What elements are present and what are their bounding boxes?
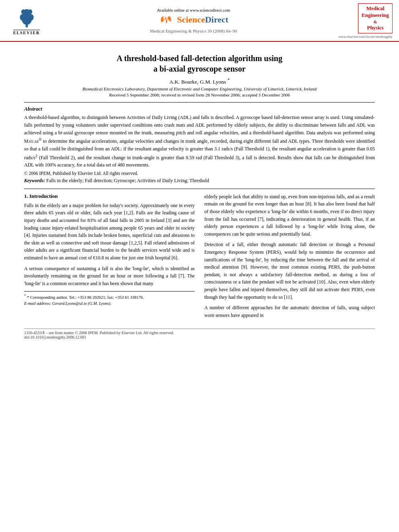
matlab-text: Matlab <box>24 139 39 144</box>
journal-box-line1: Medical <box>362 5 389 12</box>
title-section: A threshold-based fall-detection algorit… <box>24 53 375 98</box>
elsevier-logo: ELSEVIER <box>6 7 47 35</box>
svg-point-5 <box>21 9 25 14</box>
section1-number: 1. <box>24 193 28 199</box>
abstract-section: Abstract A threshold-based algorithm, to… <box>24 106 375 183</box>
footnote-corresponding: * * Corresponding author. Tel.: +353 86 … <box>24 293 195 300</box>
col-right: elderly people lack that ability to stan… <box>204 193 375 322</box>
journal-box-line3: & <box>362 19 389 25</box>
footer-doi: doi:10.1016/j.medengphy.2006.12.001 <box>24 335 375 339</box>
abstract-heading: Abstract <box>24 106 375 112</box>
intro-para1: Falls in the elderly are a major problem… <box>24 202 195 262</box>
title-line1: A threshold-based fall-detection algorit… <box>24 53 375 64</box>
abstract-text: A threshold-based algorithm, to distingu… <box>24 114 375 168</box>
footer-issn: 1350-4533/$ – see front matter © 2006 IP… <box>24 331 375 335</box>
journal-box-line2: Engineering <box>362 12 389 19</box>
elsevier-label: ELSEVIER <box>13 30 40 35</box>
page: ELSEVIER Available online at www.science… <box>0 0 399 532</box>
col-left: 1. Introduction Falls in the elderly are… <box>24 193 195 322</box>
sciencedirect-text: ScienceDirect <box>177 14 228 25</box>
corresponding-star: * <box>227 77 230 82</box>
journal-name: Medical Engineering & Physics 30 (2008) … <box>150 29 237 33</box>
intro-para4: Detection of a fall, either through auto… <box>204 241 375 301</box>
authors: A.K. Bourke, G.M. Lyons * <box>24 77 375 85</box>
keywords-text: Falls in the elderly; Fall detection; Gy… <box>46 178 209 183</box>
author-names: A.K. Bourke, G.M. Lyons <box>169 78 227 84</box>
header: ELSEVIER Available online at www.science… <box>0 0 399 42</box>
page-footer: 1350-4533/$ – see front matter © 2006 IP… <box>24 329 375 339</box>
title-divider <box>24 102 375 103</box>
main-content: A threshold-based fall-detection algorit… <box>0 42 399 347</box>
footnote-star: * <box>24 294 26 298</box>
footnote-email-text: E-mail address: Gerard.Lyons@ul.ie (G.M.… <box>24 301 111 306</box>
footnote-area: * * Corresponding author. Tel.: +353 86 … <box>24 291 195 306</box>
article-title: A threshold-based fall-detection algorit… <box>24 53 375 74</box>
affiliation: Biomedical Electronics Laboratory, Depar… <box>24 86 375 91</box>
elsevier-logo-section: ELSEVIER <box>6 7 47 35</box>
sciencedirect-icon <box>158 14 175 25</box>
elsevier-url: www.elsevier.com/locate/medengphy <box>338 35 393 39</box>
journal-box: Medical Engineering & Physics <box>358 3 393 33</box>
journal-logo-section: Medical Engineering & Physics www.elsevi… <box>340 3 393 39</box>
header-center: Available online at www.sciencedirect.co… <box>47 8 340 33</box>
two-col-body: 1. Introduction Falls in the elderly are… <box>24 193 375 322</box>
keywords-label: Keywords: <box>24 178 45 183</box>
footnote-email: E-mail address: Gerard.Lyons@ul.ie (G.M.… <box>24 300 195 306</box>
keywords-line: Keywords: Falls in the elderly; Fall det… <box>24 178 375 184</box>
section1-heading: 1. Introduction <box>24 193 195 199</box>
squared: 2 <box>35 154 37 158</box>
sciencedirect-logo: ScienceDirect <box>158 14 228 25</box>
section-divider <box>24 189 375 189</box>
journal-box-line4: Physics <box>362 25 389 31</box>
received-dates: Received 5 September 2006; received in r… <box>24 92 375 97</box>
registered-mark: ® <box>39 137 42 142</box>
svg-point-6 <box>28 9 32 14</box>
footnote-corresponding-text: * Corresponding author. Tel.: +353 86 20… <box>27 295 144 300</box>
intro-para5: A number of different approaches for the… <box>204 304 375 319</box>
intro-para2: A serious consequence of sustaining a fa… <box>24 265 195 288</box>
available-online-text: Available online at www.sciencedirect.co… <box>157 8 230 12</box>
section1-title: Introduction <box>29 193 58 199</box>
intro-para3: elderly people lack that ability to stan… <box>204 193 375 238</box>
copyright-line: © 2006 IPEM, Published by Elsevier Ltd. … <box>24 171 375 176</box>
title-line2: a bi-axial gyroscope sensor <box>24 64 375 74</box>
elsevier-tree-icon <box>16 7 38 29</box>
